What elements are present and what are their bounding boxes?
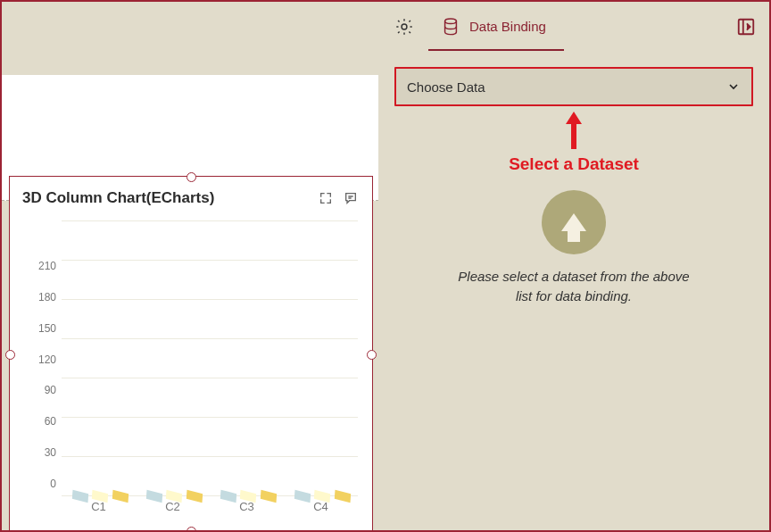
callout-arrow bbox=[394, 112, 753, 149]
callout-label: Select a Dataset bbox=[394, 154, 753, 174]
dataset-dropdown[interactable]: Choose Data bbox=[394, 67, 753, 106]
y-tick: 210 bbox=[38, 260, 56, 272]
resize-handle-top[interactable] bbox=[187, 172, 196, 182]
dataset-instruction-text: Please select a dataset from the above l… bbox=[458, 267, 690, 306]
upload-placeholder-circle bbox=[542, 190, 606, 254]
maximize-icon bbox=[319, 191, 333, 205]
panel-collapse-icon bbox=[736, 17, 756, 37]
top-toolbar: Data Binding bbox=[2, 2, 769, 51]
x-tick: C1 bbox=[62, 500, 136, 520]
svg-point-1 bbox=[445, 19, 457, 24]
widget-title: 3D Column Chart(ECharts) bbox=[22, 189, 214, 207]
comment-icon bbox=[344, 191, 358, 205]
x-tick: C2 bbox=[136, 500, 210, 520]
y-tick: 120 bbox=[38, 353, 56, 366]
arrow-up-icon bbox=[564, 112, 584, 149]
tab-data-binding-label: Data Binding bbox=[469, 19, 546, 34]
svg-point-0 bbox=[402, 24, 407, 29]
y-tick: 150 bbox=[38, 322, 56, 335]
data-binding-panel: Choose Data Select a Dataset Please sele… bbox=[378, 51, 769, 530]
upload-arrow-icon bbox=[561, 213, 586, 231]
chart-x-axis: C1C2C3C4 bbox=[62, 500, 358, 520]
y-tick: 90 bbox=[45, 384, 56, 396]
dataset-dropdown-label: Choose Data bbox=[407, 79, 726, 95]
panel-collapse-button[interactable] bbox=[736, 17, 756, 37]
x-tick: C3 bbox=[210, 500, 284, 520]
x-tick: C4 bbox=[284, 500, 358, 520]
resize-handle-right[interactable] bbox=[367, 350, 377, 360]
active-tab-underline bbox=[428, 49, 564, 51]
chart-area: 0306090120150180210 C1C2C3C4 bbox=[22, 221, 363, 520]
chart-widget[interactable]: 3D Column Chart(ECharts) 030609012015018… bbox=[9, 176, 373, 532]
tab-data-binding[interactable]: Data Binding bbox=[427, 2, 560, 51]
design-canvas[interactable]: 3D Column Chart(ECharts) 030609012015018… bbox=[2, 51, 378, 530]
tab-settings[interactable] bbox=[381, 2, 427, 51]
database-icon bbox=[441, 17, 460, 37]
resize-handle-left[interactable] bbox=[5, 350, 15, 360]
y-tick: 30 bbox=[45, 446, 56, 459]
resize-handle-bottom[interactable] bbox=[187, 527, 196, 532]
chart-plot bbox=[62, 221, 358, 496]
y-tick: 0 bbox=[50, 478, 56, 490]
y-tick: 60 bbox=[45, 415, 56, 428]
y-tick: 180 bbox=[38, 291, 56, 303]
gear-icon bbox=[394, 17, 414, 37]
chart-y-axis: 0306090120150180210 bbox=[22, 266, 62, 484]
maximize-button[interactable] bbox=[317, 190, 335, 206]
chevron-down-icon bbox=[726, 79, 741, 94]
comment-button[interactable] bbox=[342, 190, 360, 206]
